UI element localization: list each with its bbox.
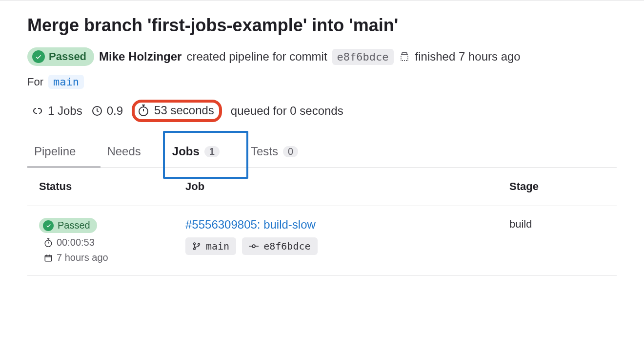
row-relative-time: 7 hours ago [44, 252, 108, 263]
status-badge-label: Passed [49, 50, 86, 63]
job-link[interactable]: #5556309805: build-slow [185, 218, 316, 232]
tab-label: Pipeline [34, 145, 76, 158]
pipeline-title: Merge branch 'first-jobs-example' into '… [27, 15, 617, 36]
table-header: Status Job Stage [27, 168, 617, 206]
col-header-job: Job [185, 180, 509, 193]
author-name[interactable]: Mike Holzinger [99, 50, 181, 63]
tab-pipeline[interactable]: Pipeline [27, 140, 82, 167]
for-row: For main [27, 75, 617, 89]
tabs: Pipeline Needs Jobs 1 Tests 0 [27, 140, 617, 168]
for-label: For [27, 76, 43, 88]
svg-rect-4 [45, 255, 52, 261]
stopwatch-icon [138, 104, 149, 117]
row-status-label: Passed [58, 220, 90, 231]
branch-chip[interactable]: main [48, 75, 84, 89]
stopwatch-icon [44, 238, 53, 248]
status-badge: Passed [27, 47, 94, 66]
tab-count: 0 [283, 146, 298, 157]
stage-cell: build [509, 218, 607, 231]
score-text: 0.9 [107, 104, 123, 118]
check-icon [43, 220, 54, 231]
queued-text: queued for 0 seconds [231, 104, 343, 118]
svg-point-6 [194, 248, 196, 250]
job-chips: main e8f6bdce [185, 237, 318, 255]
col-header-status: Status [39, 180, 185, 193]
row-status-badge: Passed [39, 218, 97, 233]
row-duration-text: 00:00:53 [57, 237, 95, 248]
branch-chip[interactable]: main [185, 237, 236, 255]
branch-icon [192, 242, 201, 251]
branch-text: main [206, 240, 229, 252]
jobs-count: 1 Jobs [31, 104, 82, 118]
tab-tests[interactable]: Tests 0 [244, 140, 305, 167]
commit-chip[interactable]: e8f6bdce [242, 237, 317, 255]
commit-icon [249, 243, 259, 249]
jobs-count-text: 1 Jobs [48, 104, 82, 118]
commit-sha[interactable]: e8f6bdce [332, 49, 394, 65]
duration-highlight: 53 seconds [132, 100, 222, 122]
tab-label: Needs [107, 145, 141, 158]
svg-point-7 [198, 243, 200, 245]
pipeline-meta-row: Passed Mike Holzinger created pipeline f… [27, 47, 617, 66]
queued-stat: queued for 0 seconds [231, 104, 343, 118]
job-cell: #5556309805: build-slow main [185, 218, 509, 255]
status-cell: Passed 00:00:53 7 hours ago [39, 218, 185, 263]
duration-text: 53 seconds [154, 104, 214, 117]
link-icon [31, 106, 44, 116]
svg-rect-0 [402, 53, 407, 55]
commit-text: e8f6bdce [263, 240, 310, 252]
score-stat: 0.9 [91, 104, 123, 118]
tab-label: Tests [251, 145, 278, 158]
clipboard-icon[interactable] [399, 51, 410, 63]
tab-label: Jobs [172, 145, 200, 158]
row-duration: 00:00:53 [44, 237, 95, 248]
clock-icon [91, 105, 103, 117]
pipeline-page: Merge branch 'first-jobs-example' into '… [0, 0, 644, 275]
tab-needs[interactable]: Needs [100, 140, 147, 167]
table-row: Passed 00:00:53 7 hours ago [27, 206, 617, 275]
created-text: created pipeline for commit [186, 50, 327, 63]
svg-point-8 [252, 245, 255, 248]
col-header-stage: Stage [509, 180, 607, 193]
tab-jobs[interactable]: Jobs 1 [165, 140, 226, 167]
row-relative-time-text: 7 hours ago [57, 252, 108, 263]
svg-point-5 [194, 243, 196, 245]
finished-text: finished 7 hours ago [415, 50, 521, 63]
stats-row: 1 Jobs 0.9 53 seconds queued for 0 secon… [27, 100, 617, 122]
calendar-icon [44, 254, 53, 262]
check-icon [32, 50, 45, 63]
tab-count: 1 [204, 146, 220, 157]
